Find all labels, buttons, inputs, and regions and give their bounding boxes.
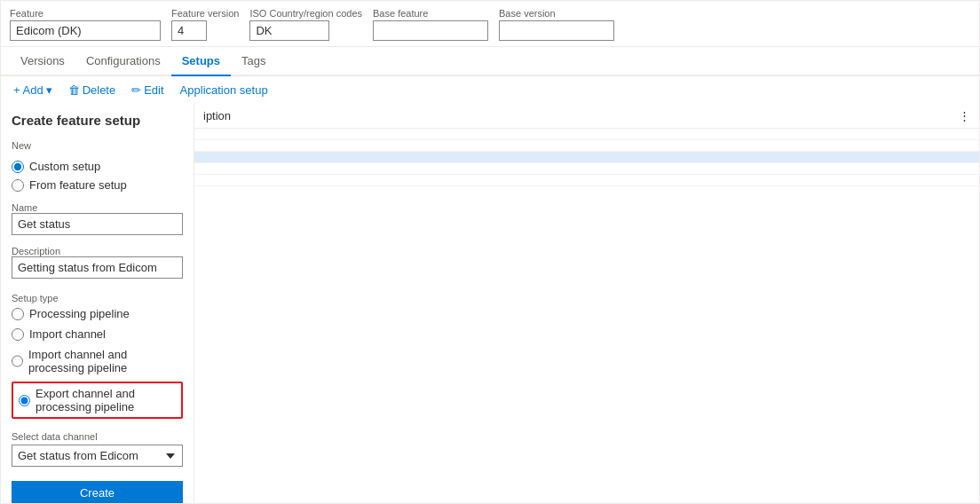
new-radio-group: Custom setup From feature setup: [12, 160, 183, 192]
iso-label: ISO Country/region codes: [249, 8, 362, 19]
select-channel-group: Select data channel Get status from Edic…: [12, 431, 183, 467]
new-label: New: [12, 140, 183, 151]
tab-tags[interactable]: Tags: [231, 47, 276, 76]
base-version-input[interactable]: [499, 20, 614, 41]
row-menu[interactable]: [950, 140, 979, 152]
base-feature-input[interactable]: [373, 20, 488, 41]
col-description: iption: [194, 104, 950, 129]
processing-pipeline-option[interactable]: Processing pipeline: [12, 307, 183, 320]
data-table: iption ⋮: [194, 104, 979, 186]
from-feature-label: From feature setup: [29, 178, 127, 192]
add-label: + Add: [13, 83, 43, 97]
top-fields: Feature Feature version ISO Country/regi…: [1, 1, 979, 47]
app-setup-button[interactable]: Application setup: [177, 82, 272, 98]
row-menu[interactable]: [950, 129, 979, 140]
iso-input[interactable]: [249, 20, 329, 41]
feature-field-group: Feature: [10, 8, 161, 41]
row-description: [194, 140, 950, 152]
table-body: [194, 129, 979, 186]
base-version-field-group: Base version: [499, 8, 614, 41]
row-description: [194, 152, 950, 163]
delete-icon: 🗑: [68, 83, 80, 97]
row-menu[interactable]: [950, 163, 979, 175]
export-channel-processing-radio[interactable]: [19, 395, 30, 406]
feature-input[interactable]: [10, 20, 161, 41]
setup-type-radios: Processing pipeline Import channel Impor…: [12, 307, 183, 419]
version-input[interactable]: [171, 20, 207, 41]
delete-label: Delete: [83, 83, 116, 97]
version-field-group: Feature version: [171, 8, 239, 41]
table-row[interactable]: [194, 163, 979, 175]
setup-type-section: Setup type Processing pipeline Import ch…: [12, 289, 183, 419]
processing-pipeline-label: Processing pipeline: [29, 307, 130, 320]
custom-setup-option[interactable]: Custom setup: [12, 160, 183, 173]
table-row[interactable]: [194, 140, 979, 152]
nav-tabs: Versions Configurations Setups Tags: [1, 47, 979, 76]
row-description: [194, 163, 950, 175]
add-button[interactable]: + Add ▾: [10, 82, 56, 98]
add-chevron-icon: ▾: [46, 83, 52, 97]
from-feature-option[interactable]: From feature setup: [12, 178, 183, 192]
form-title: Create feature setup: [12, 113, 183, 128]
row-description: [194, 175, 950, 186]
tab-configurations[interactable]: Configurations: [75, 47, 171, 76]
table-row[interactable]: [194, 152, 979, 163]
table-header: iption ⋮: [194, 104, 979, 129]
edit-button[interactable]: ✏ Edit: [128, 82, 167, 98]
tab-versions[interactable]: Versions: [10, 47, 75, 76]
feature-label: Feature: [10, 8, 161, 19]
right-panel: iption ⋮: [194, 104, 979, 503]
left-panel: Create feature setup New Custom setup Fr…: [1, 104, 194, 503]
create-button[interactable]: Create: [12, 481, 183, 503]
delete-button[interactable]: 🗑 Delete: [65, 82, 120, 98]
main-content: Create feature setup New Custom setup Fr…: [1, 104, 979, 503]
import-channel-processing-option[interactable]: Import channel and processing pipeline: [12, 348, 183, 374]
import-channel-option[interactable]: Import channel: [12, 327, 183, 341]
page-container: Feature Feature version ISO Country/regi…: [0, 0, 980, 504]
custom-setup-radio[interactable]: [12, 161, 24, 173]
iso-field-group: ISO Country/region codes: [249, 8, 362, 41]
setup-type-label: Setup type: [12, 293, 183, 303]
custom-setup-label: Custom setup: [29, 160, 100, 173]
base-version-label: Base version: [499, 8, 614, 19]
select-channel-label: Select data channel: [12, 431, 183, 442]
description-input[interactable]: [12, 256, 183, 279]
name-field-group: Name: [12, 199, 183, 235]
export-channel-processing-label: Export channel and processing pipeline: [36, 387, 176, 413]
toolbar: + Add ▾ 🗑 Delete ✏ Edit Application setu…: [1, 76, 979, 104]
from-feature-radio[interactable]: [12, 179, 24, 192]
name-label: Name: [12, 202, 183, 213]
table-row[interactable]: [194, 175, 979, 186]
row-menu[interactable]: [950, 152, 979, 163]
table-header-row: iption ⋮: [194, 104, 979, 129]
row-description: [194, 129, 950, 140]
app-setup-label: Application setup: [180, 83, 268, 97]
tab-setups[interactable]: Setups: [171, 47, 231, 76]
version-label: Feature version: [171, 8, 239, 19]
base-feature-field-group: Base feature: [373, 8, 488, 41]
edit-label: Edit: [144, 83, 163, 97]
menu-icon: ⋮: [959, 109, 970, 122]
import-channel-radio[interactable]: [12, 328, 24, 341]
description-field-group: Description: [12, 242, 183, 279]
row-menu[interactable]: [950, 175, 979, 186]
processing-pipeline-radio[interactable]: [12, 308, 24, 320]
description-label: Description: [12, 246, 183, 256]
import-channel-processing-label: Import channel and processing pipeline: [28, 348, 183, 374]
import-channel-processing-radio[interactable]: [12, 355, 23, 367]
channel-select[interactable]: Get status from Edicom: [12, 445, 183, 467]
base-feature-label: Base feature: [373, 8, 488, 19]
export-channel-processing-highlighted: Export channel and processing pipeline: [12, 382, 183, 419]
import-channel-label: Import channel: [29, 327, 106, 341]
table-row[interactable]: [194, 129, 979, 140]
edit-icon: ✏: [131, 83, 141, 97]
col-menu[interactable]: ⋮: [950, 104, 979, 129]
name-input[interactable]: [12, 213, 183, 235]
